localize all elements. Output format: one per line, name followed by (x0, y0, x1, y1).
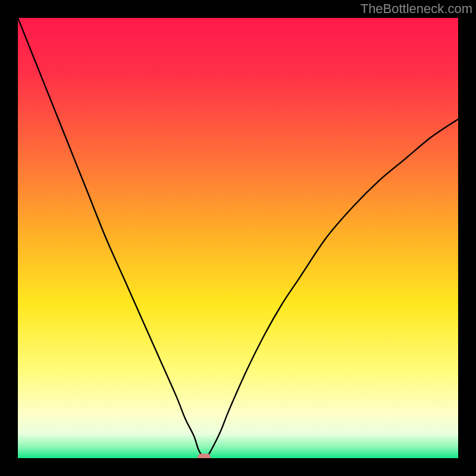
watermark-text: TheBottleneck.com (361, 1, 472, 17)
chart-svg (18, 18, 458, 458)
plot-area (18, 18, 458, 458)
optimum-marker (198, 454, 211, 458)
gradient-background (18, 18, 458, 458)
chart-container: TheBottleneck.com (0, 0, 476, 476)
